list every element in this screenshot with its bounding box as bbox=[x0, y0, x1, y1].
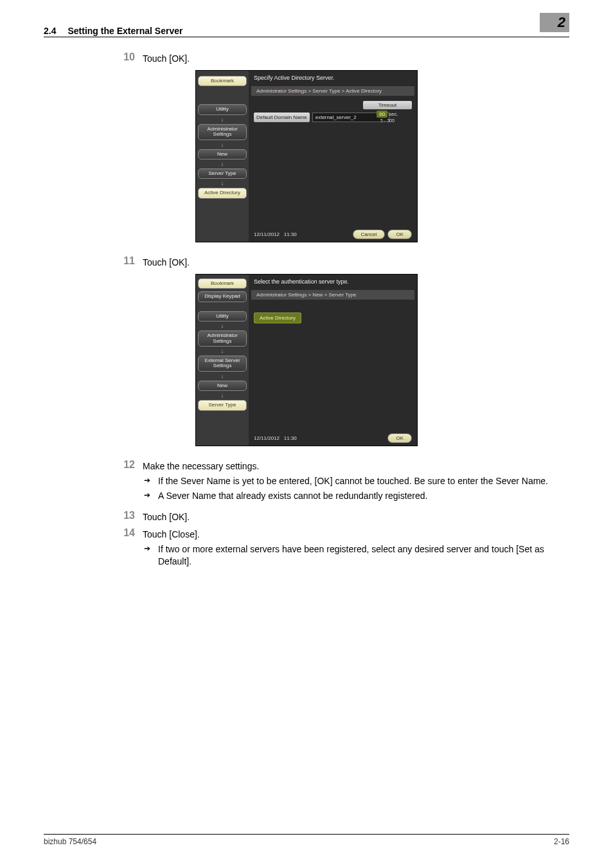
timeout-range: 5 - 300 bbox=[363, 118, 412, 123]
bookmark-button[interactable]: Bookmark bbox=[198, 76, 247, 86]
step-number: 13 bbox=[108, 510, 143, 522]
breadcrumb: Administrator Settings > Server Type > A… bbox=[251, 86, 414, 96]
step-13: 13 Touch [OK]. bbox=[108, 510, 569, 522]
step-number: 11 bbox=[108, 255, 143, 267]
timeout-header: Timeout bbox=[363, 101, 412, 109]
screenshot-active-directory: Bookmark Utility ↓ Administrator Setting… bbox=[195, 70, 418, 242]
chapter-number: 2 bbox=[558, 14, 565, 31]
step-bullet: If two or more external servers have bee… bbox=[143, 543, 569, 568]
step-11: 11 Touch [OK]. bbox=[108, 255, 569, 267]
nav-admin-settings[interactable]: Administrator Settings bbox=[198, 124, 247, 140]
section-number: 2.4 bbox=[44, 26, 56, 36]
nav-new[interactable]: New bbox=[198, 381, 247, 391]
footer-datetime: 12/11/2012 11:30 bbox=[254, 435, 297, 441]
step-text: Touch [OK]. bbox=[143, 255, 569, 267]
step-14: 14 Touch [Close]. If two or more externa… bbox=[108, 527, 569, 570]
panel-title: Select the authentication server type. bbox=[249, 275, 417, 289]
ok-button[interactable]: OK bbox=[387, 230, 412, 239]
footer-datetime: 12/11/2012 11:30 bbox=[254, 231, 297, 237]
down-arrow-icon: ↓ bbox=[198, 373, 247, 379]
nav-utility[interactable]: Utility bbox=[198, 311, 247, 321]
cancel-button[interactable]: Cancel bbox=[353, 230, 386, 239]
screenshot-server-type: Bookmark Display Keypad Utility ↓ Admini… bbox=[195, 274, 418, 446]
bookmark-button[interactable]: Bookmark bbox=[198, 278, 247, 289]
breadcrumb: Administrator Settings > New > Server Ty… bbox=[251, 290, 414, 300]
section-title: Setting the External Server bbox=[67, 26, 569, 36]
page-footer: bizhub 754/654 2-16 bbox=[44, 834, 569, 846]
domain-name-label[interactable]: Default Domain Name bbox=[254, 113, 310, 122]
down-arrow-icon: ↓ bbox=[198, 348, 247, 354]
step-text: Touch [OK]. bbox=[143, 51, 569, 64]
active-directory-option[interactable]: Active Directory bbox=[254, 312, 301, 323]
step-number: 10 bbox=[108, 51, 143, 64]
down-arrow-icon: ↓ bbox=[198, 141, 247, 148]
nav-server-type[interactable]: Server Type bbox=[198, 400, 247, 410]
page-header: 2.4 Setting the External Server bbox=[44, 26, 569, 37]
display-keypad-button[interactable]: Display Keypad bbox=[198, 291, 247, 302]
step-text: Make the necessary settings. bbox=[143, 461, 569, 471]
panel-title: Specify Active Directory Server. bbox=[249, 71, 417, 85]
ok-button[interactable]: OK bbox=[387, 433, 412, 443]
step-12: 12 Make the necessary settings. If the S… bbox=[108, 459, 569, 505]
nav-utility[interactable]: Utility bbox=[198, 104, 247, 114]
nav-new[interactable]: New bbox=[198, 149, 247, 159]
down-arrow-icon: ↓ bbox=[198, 180, 247, 186]
footer-model: bizhub 754/654 bbox=[44, 837, 96, 846]
nav-server-type[interactable]: Server Type bbox=[198, 168, 247, 179]
timeout-unit: sec. bbox=[389, 111, 398, 117]
step-text: Touch [Close]. bbox=[143, 529, 569, 539]
nav-admin-settings[interactable]: Administrator Settings bbox=[198, 330, 247, 347]
timeout-value[interactable]: 60 bbox=[377, 111, 387, 118]
step-10: 10 Touch [OK]. bbox=[108, 51, 569, 64]
step-text: Touch [OK]. bbox=[143, 510, 569, 522]
down-arrow-icon: ↓ bbox=[198, 161, 247, 167]
step-number: 12 bbox=[108, 459, 143, 505]
footer-page: 2-16 bbox=[554, 837, 569, 846]
step-bullet: If the Sever Name is yet to be entered, … bbox=[143, 475, 569, 487]
step-bullet: A Sever Name that already exists cannot … bbox=[143, 490, 569, 502]
down-arrow-icon: ↓ bbox=[198, 392, 247, 399]
down-arrow-icon: ↓ bbox=[198, 116, 247, 123]
nav-external-server[interactable]: External Server Settings bbox=[198, 356, 247, 372]
nav-active-directory[interactable]: Active Directory bbox=[198, 188, 247, 198]
down-arrow-icon: ↓ bbox=[198, 323, 247, 329]
step-number: 14 bbox=[108, 527, 143, 570]
